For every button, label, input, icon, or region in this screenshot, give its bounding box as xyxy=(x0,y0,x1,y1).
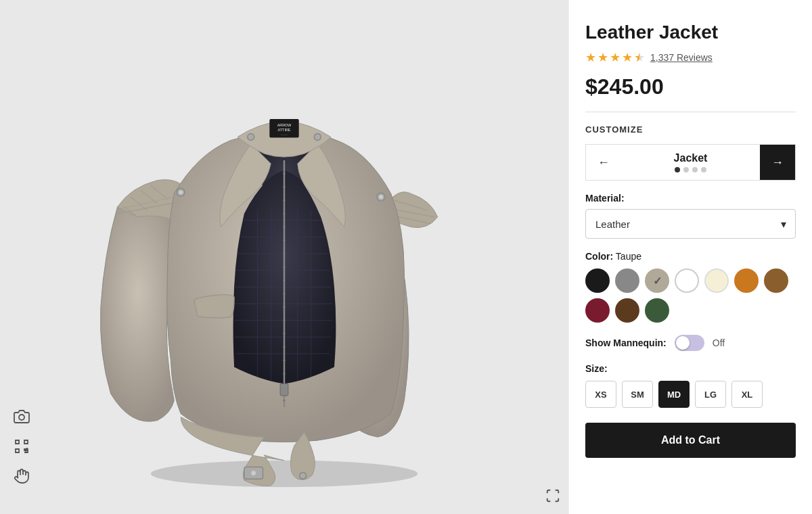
size-xl[interactable]: XL xyxy=(731,381,763,408)
size-xs[interactable]: XS xyxy=(585,381,616,408)
divider xyxy=(585,112,796,112)
svg-text:ATTIRE: ATTIRE xyxy=(278,128,291,132)
color-swatch-black[interactable] xyxy=(585,268,610,293)
svg-point-57 xyxy=(300,472,307,479)
color-section: Color: Taupe xyxy=(585,251,796,323)
mannequin-label: Show Mannequin: xyxy=(585,337,667,348)
carousel-dot-1[interactable] xyxy=(675,167,680,172)
customize-label: CUSTOMIZE xyxy=(585,124,796,135)
mannequin-toggle-row: Show Mannequin: Off xyxy=(585,335,796,351)
svg-text:–––––: ––––– xyxy=(281,133,289,136)
jacket-image: ARROW ATTIRE ––––– xyxy=(0,0,568,514)
svg-point-48 xyxy=(379,195,383,199)
color-swatch-taupe[interactable] xyxy=(645,268,669,293)
color-swatch-orange[interactable] xyxy=(734,268,759,293)
color-swatch-darkbrown[interactable] xyxy=(615,298,639,323)
carousel-center: Jacket xyxy=(674,152,708,172)
carousel-dot-3[interactable] xyxy=(692,167,698,172)
product-image-panel: ARROW ATTIRE ––––– xyxy=(0,0,568,514)
material-label: Material: xyxy=(585,193,796,204)
mannequin-state-label: Off xyxy=(713,337,725,348)
size-lg[interactable]: LG xyxy=(695,381,726,408)
svg-point-46 xyxy=(179,190,183,194)
material-select-wrapper: Leather Suede Faux Leather Denim ▾ xyxy=(585,209,796,239)
svg-point-1 xyxy=(151,461,418,487)
carousel-title: Jacket xyxy=(674,152,708,164)
svg-point-49 xyxy=(248,134,254,141)
mannequin-section: Show Mannequin: Off xyxy=(585,335,796,351)
carousel-control: ← Jacket → xyxy=(585,144,796,181)
color-swatch-burgundy[interactable] xyxy=(585,298,610,323)
color-swatch-forest[interactable] xyxy=(645,298,669,323)
camera-icon[interactable] xyxy=(11,406,32,427)
toolbar xyxy=(11,406,32,487)
rating-row: ★ ★ ★ ★ ★★ 1,337 Reviews xyxy=(585,50,796,65)
color-label: Color: Taupe xyxy=(585,251,796,262)
hand-icon[interactable] xyxy=(11,465,32,487)
size-sm[interactable]: SM xyxy=(622,381,653,408)
size-md[interactable]: MD xyxy=(658,381,690,408)
svg-point-58 xyxy=(19,415,24,420)
svg-rect-44 xyxy=(280,383,288,396)
svg-point-50 xyxy=(314,134,321,141)
size-section: Size: XS SM MD LG XL xyxy=(585,363,796,408)
carousel-dot-4[interactable] xyxy=(701,167,706,172)
svg-text:ARROW: ARROW xyxy=(277,123,292,127)
color-swatch-gray[interactable] xyxy=(615,268,639,293)
color-swatch-brown[interactable] xyxy=(764,268,788,293)
carousel-prev-button[interactable]: ← xyxy=(586,145,621,180)
scan-icon[interactable] xyxy=(11,436,32,457)
color-swatch-white[interactable] xyxy=(675,268,699,293)
reviews-link[interactable]: 1,337 Reviews xyxy=(650,52,713,63)
product-title: Leather Jacket xyxy=(585,22,796,43)
toggle-thumb xyxy=(676,336,690,350)
carousel-dot-2[interactable] xyxy=(683,167,689,172)
star-rating: ★ ★ ★ ★ ★★ xyxy=(585,50,645,65)
material-select[interactable]: Leather Suede Faux Leather Denim xyxy=(585,209,796,239)
product-details-panel: Leather Jacket ★ ★ ★ ★ ★★ 1,337 Reviews … xyxy=(568,0,812,514)
size-buttons: XS SM MD LG XL xyxy=(585,381,796,408)
mannequin-toggle[interactable] xyxy=(675,335,704,351)
size-label: Size: xyxy=(585,363,796,374)
carousel-dots xyxy=(675,167,706,172)
svg-point-59 xyxy=(26,448,28,450)
product-price: $245.00 xyxy=(585,74,796,99)
add-to-cart-button[interactable]: Add to Cart xyxy=(585,423,796,458)
svg-point-56 xyxy=(251,470,256,475)
carousel-next-button[interactable]: → xyxy=(760,145,795,180)
color-swatch-cream[interactable] xyxy=(704,268,729,293)
color-swatches xyxy=(585,268,796,323)
fullscreen-button[interactable] xyxy=(545,488,560,506)
